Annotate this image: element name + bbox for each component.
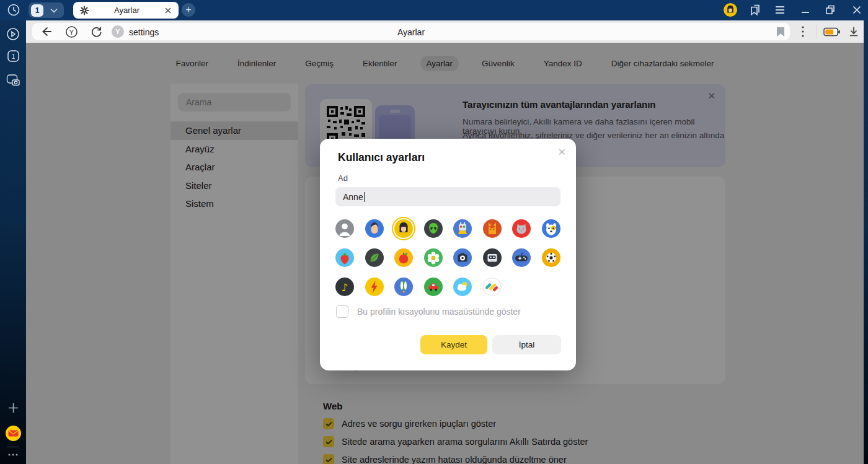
- cancel-button[interactable]: İptal: [492, 335, 561, 354]
- avatar-music-note[interactable]: ♪: [335, 278, 354, 296]
- refresh-icon[interactable]: [90, 25, 103, 38]
- save-button[interactable]: Kaydet: [420, 335, 487, 354]
- site-favicon: Y: [112, 25, 124, 38]
- avatar-camera[interactable]: [453, 248, 472, 267]
- chevron-down-icon: [46, 7, 61, 14]
- tab-counter-button[interactable]: 1: [29, 2, 64, 18]
- tab-title: Ayarlar: [89, 6, 164, 15]
- svg-text:♪: ♪: [342, 281, 348, 294]
- avatar-default-person[interactable]: [335, 219, 354, 238]
- dialog-close-icon[interactable]: ✕: [558, 146, 566, 158]
- kebab-icon[interactable]: [801, 25, 805, 38]
- profile-name-input[interactable]: Anne: [335, 187, 560, 206]
- add-icon[interactable]: [8, 403, 19, 413]
- close-window-icon[interactable]: [850, 2, 864, 17]
- text-caret: [364, 192, 365, 202]
- shortcut-checkbox[interactable]: [336, 305, 348, 318]
- bookmarks-icon[interactable]: [748, 2, 763, 17]
- avatar-woman[interactable]: [394, 219, 413, 238]
- more-dots-icon[interactable]: [7, 453, 19, 457]
- avatar-alien[interactable]: [424, 219, 443, 238]
- avatar-gray-cat[interactable]: [512, 219, 531, 238]
- avatar-orange-cat[interactable]: [483, 219, 502, 238]
- omnibox[interactable]: Ayarlar Y Y settings: [32, 23, 790, 40]
- avatar-dog[interactable]: [542, 219, 560, 238]
- dialog-title: Kullanıcı ayarları: [338, 151, 425, 164]
- yandex-icon[interactable]: Y: [65, 25, 78, 38]
- shortcut-checkbox-row: Bu profilin kısayolunu masaüstünde göste…: [336, 305, 521, 318]
- bookmark-flag-icon[interactable]: [776, 27, 785, 37]
- active-tab[interactable]: Ayarlar: [73, 2, 179, 19]
- avatar-man[interactable]: [365, 219, 384, 238]
- toolbar-divider: [817, 25, 817, 38]
- avatar-air-balloon[interactable]: [394, 278, 413, 296]
- play-circle-icon[interactable]: [6, 27, 20, 42]
- battery-icon[interactable]: [823, 27, 841, 37]
- menu-icon[interactable]: [774, 5, 786, 15]
- side-panel-divider: [7, 447, 19, 447]
- new-tab-plus-icon[interactable]: +: [182, 3, 195, 17]
- avatar-cassette[interactable]: [483, 248, 502, 267]
- avatar-apple[interactable]: [394, 248, 413, 267]
- avatar-football[interactable]: [542, 248, 560, 267]
- avatar-strawberry[interactable]: [335, 248, 354, 267]
- window-frame-right: [864, 20, 868, 464]
- gear-icon: [79, 6, 89, 15]
- back-icon[interactable]: [40, 25, 53, 38]
- url-text[interactable]: settings: [129, 27, 159, 37]
- tab-bar: 1 Ayarlar +: [0, 0, 868, 20]
- avatar-leaf[interactable]: [365, 248, 384, 267]
- screenshot-icon[interactable]: [6, 74, 20, 87]
- avatar-weather[interactable]: [453, 278, 472, 296]
- svg-text:Y: Y: [69, 28, 74, 36]
- avatar-color-stripes[interactable]: [483, 278, 502, 296]
- address-toolbar: Ayarlar Y Y settings: [26, 20, 864, 43]
- avatar-flower[interactable]: [424, 248, 443, 267]
- restore-icon[interactable]: [823, 2, 837, 17]
- profile-name-value: Anne: [343, 192, 363, 202]
- yandex-mail-icon[interactable]: [5, 425, 22, 442]
- avatar-car[interactable]: [424, 278, 443, 296]
- avatar-robot[interactable]: [453, 219, 472, 238]
- minimize-icon[interactable]: [799, 2, 812, 17]
- shortcut-checkbox-label: Bu profilin kısayolunu masaüstünde göste…: [357, 307, 521, 317]
- download-icon[interactable]: [848, 26, 859, 38]
- history-clock-icon[interactable]: [6, 2, 21, 17]
- close-tab-icon[interactable]: [164, 7, 172, 14]
- profile-avatar[interactable]: [724, 3, 737, 17]
- tab-group-icon[interactable]: 1: [7, 50, 19, 62]
- tab-count-badge: 1: [31, 4, 43, 17]
- name-label: Ad: [338, 173, 348, 183]
- avatar-grid: ♪: [335, 219, 562, 296]
- user-settings-dialog: Kullanıcı ayarları ✕ Ad Anne ♪ Bu profil…: [320, 139, 576, 370]
- avatar-lightning[interactable]: [365, 278, 384, 296]
- browser-side-panel: 1: [0, 20, 26, 464]
- svg-text:1: 1: [12, 53, 16, 60]
- avatar-gamepad[interactable]: [512, 248, 531, 267]
